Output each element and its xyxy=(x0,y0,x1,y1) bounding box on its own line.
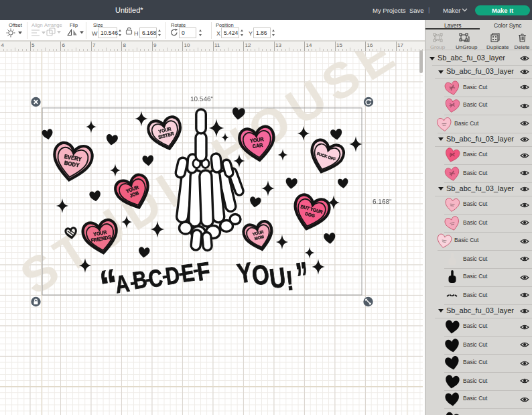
svg-text:10.546": 10.546" xyxy=(190,96,214,103)
svg-text:”: ” xyxy=(293,252,312,303)
svg-text:6.168": 6.168" xyxy=(373,198,392,206)
svg-text:F: F xyxy=(195,257,212,286)
